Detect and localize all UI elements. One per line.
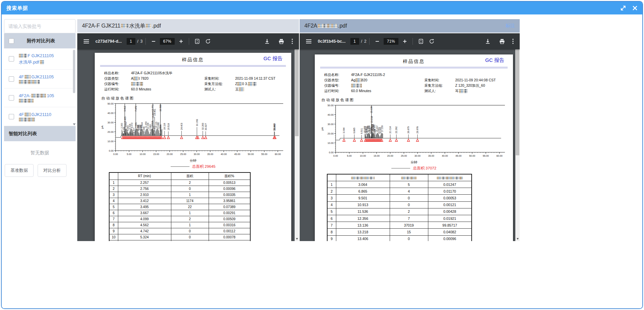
annotate-link[interactable]: 标注 — [506, 23, 515, 29]
menu-icon[interactable] — [304, 38, 313, 45]
divider — [100, 65, 286, 67]
menu-icon[interactable] — [82, 38, 91, 45]
svg-text:30.093: 30.093 — [196, 119, 198, 126]
select-all-checkbox[interactable] — [9, 38, 14, 44]
search-input[interactable] — [4, 24, 75, 29]
gc-report-badge: GC 报告 — [485, 57, 504, 64]
attachment-checkbox[interactable] — [9, 95, 14, 101]
table-header-cell — [109, 172, 118, 180]
redaction-mosaic — [239, 87, 244, 91]
redaction-mosaic — [40, 60, 44, 64]
svg-text:60.00: 60.00 — [497, 154, 503, 157]
svg-text:25.00: 25.00 — [401, 154, 407, 157]
sidebar-scrollbar[interactable] — [73, 50, 76, 125]
table-row: 813.218150.04082 — [327, 229, 472, 235]
total-area-text: 总面积 29645 — [192, 164, 216, 169]
download-icon[interactable] — [484, 37, 492, 45]
pdf-panel-right-header[interactable]: 4F2A.pdf 标注 — [300, 19, 520, 33]
svg-text:14.451: 14.451 — [154, 109, 156, 116]
info-value: At 7820 — [131, 76, 204, 81]
table-row: 94.74200.00112 — [109, 228, 250, 234]
pdf-page: GC 报告 样品信息 样品名称:4F2A-F GJK211105-2仪器类型:A… — [315, 54, 513, 241]
sample-info-title: 样品信息 — [100, 57, 286, 63]
redaction-mosaic — [19, 118, 35, 122]
zoom-out-icon[interactable] — [150, 38, 157, 45]
rotate-icon[interactable] — [428, 37, 436, 45]
fit-page-icon[interactable] — [193, 37, 201, 45]
svg-text:6.827: 6.827 — [133, 127, 135, 133]
svg-text:20.00: 20.00 — [387, 154, 393, 157]
page-number-input[interactable]: 1 — [350, 38, 359, 45]
zoom-level[interactable]: 71% — [384, 38, 398, 45]
table-header-row: RT (min)面积面积% — [109, 172, 250, 180]
attachment-list-item[interactable]: 4F2A-105 — [4, 88, 76, 107]
table-row: 913.40600.00096 — [327, 235, 472, 241]
svg-text:16.588: 16.588 — [159, 105, 162, 112]
divider — [320, 67, 508, 68]
info-label: 采集时间: — [204, 76, 235, 81]
sample-info-title: 样品信息 — [320, 59, 508, 65]
info-value: 4F2A-F GJK211105水洗毕 — [131, 71, 204, 76]
table-header-cell: 面积% — [209, 172, 250, 180]
redaction-mosaic — [25, 113, 31, 117]
info-label: 运行时间: — [324, 88, 351, 94]
compare-analysis-button[interactable]: 对比分析 — [38, 164, 67, 177]
close-icon[interactable] — [632, 5, 638, 11]
baseline-data-button[interactable]: 基准数据 — [5, 164, 34, 177]
table-row: 63.66710.00291 — [109, 210, 250, 216]
page-number-input[interactable]: 1 — [127, 38, 135, 45]
pdf-scrollbar[interactable] — [515, 49, 520, 241]
info-value: 2021-11-09 14:11:37 CST — [235, 76, 286, 81]
print-icon[interactable] — [277, 37, 286, 45]
rotate-icon[interactable] — [204, 37, 212, 45]
redaction-mosaic — [146, 24, 151, 28]
redaction-mosaic — [19, 54, 27, 58]
redaction-mosaic — [25, 75, 31, 79]
pdf-scrollbar[interactable] — [295, 49, 299, 241]
info-value: Z0 3. — [235, 81, 286, 87]
attachment-checkbox[interactable] — [9, 76, 14, 82]
print-icon[interactable] — [498, 37, 506, 45]
table-header-cell — [428, 174, 472, 181]
attachment-list-item[interactable]: 4FGJK21110 — [4, 107, 76, 126]
svg-text:15.00: 15.00 — [374, 154, 380, 157]
pdf-canvas[interactable]: GC 报告 样品信息 样品名称:4F2A-F GJK211105-2仪器类型:A… — [300, 49, 515, 241]
svg-text:58.846: 58.846 — [273, 124, 276, 131]
chart-legend: 总面积 29645 — [100, 164, 286, 169]
info-label: 采集方法组: — [424, 83, 455, 88]
info-label: 仪器类型: — [324, 78, 351, 83]
zoom-level[interactable]: 67% — [160, 38, 175, 45]
svg-text:10.00: 10.00 — [360, 154, 366, 157]
pdf-scroll-thumb[interactable] — [295, 50, 299, 136]
attachment-list-item[interactable]: 4FGJK211105 — [4, 70, 76, 88]
more-options-icon[interactable] — [290, 37, 294, 45]
scroll-down-button[interactable] — [515, 237, 520, 241]
attachment-checkbox[interactable] — [9, 56, 14, 62]
attachment-checkbox[interactable] — [9, 114, 14, 119]
maximize-icon[interactable] — [620, 5, 626, 11]
sidebar-scroll-thumb[interactable] — [73, 50, 75, 93]
info-label — [204, 71, 235, 76]
svg-text:50.00: 50.00 — [328, 104, 334, 107]
table-header-cell — [390, 174, 428, 181]
info-value: 2021-11-09 20:44:08 CST — [455, 78, 508, 83]
table-header-cell: 面积 — [171, 172, 209, 180]
fit-page-icon[interactable] — [417, 37, 425, 45]
zoom-in-icon[interactable] — [401, 38, 409, 45]
zoom-out-icon[interactable] — [374, 38, 381, 45]
table-row: 713.1363701999.85717 — [327, 222, 472, 229]
pdf-panel-left-header[interactable]: 4F2A-F GJK211水洗单.pdf — [77, 19, 299, 33]
zoom-in-icon[interactable] — [177, 38, 185, 45]
scroll-down-arrow-icon[interactable] — [73, 123, 76, 125]
svg-text:0.00: 0.00 — [109, 149, 114, 152]
more-options-icon[interactable] — [511, 37, 515, 45]
chart-x-label: 分钟 — [320, 160, 508, 165]
table-row: 115.50120.00823 — [109, 240, 250, 241]
scroll-down-button[interactable] — [295, 237, 299, 241]
download-icon[interactable] — [263, 37, 271, 45]
table-row: 612.35670.01921 — [327, 215, 472, 222]
pdf-canvas[interactable]: GC 报告 样品信息 样品名称:4F2A-F GJK211105水洗毕仪器类型:… — [77, 49, 295, 241]
attachment-list-item[interactable]: F GJK211105 水洗毕.pdf — [4, 48, 76, 70]
pdf-scroll-thumb[interactable] — [516, 50, 519, 155]
svg-text:45.00: 45.00 — [234, 153, 240, 156]
